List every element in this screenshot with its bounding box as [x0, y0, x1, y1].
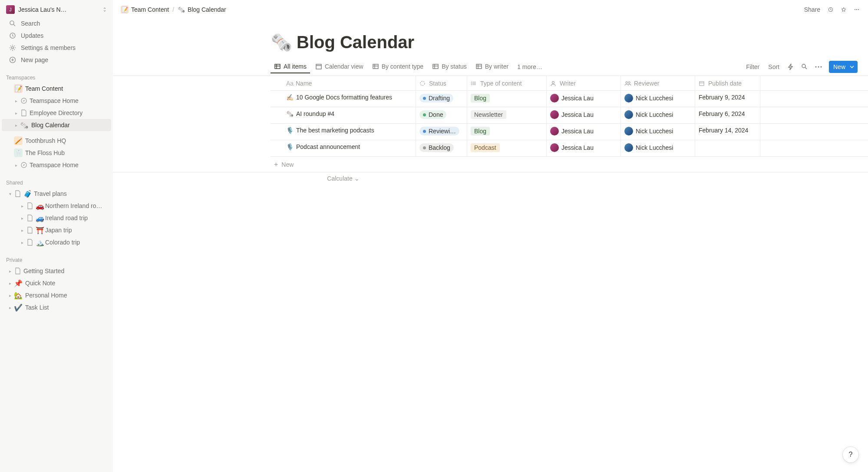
- chevron-right-icon[interactable]: ▸: [12, 123, 20, 128]
- cell-status[interactable]: Done: [416, 107, 467, 123]
- svg-point-10: [858, 9, 859, 10]
- cell-date[interactable]: February 9, 2024: [695, 91, 760, 107]
- sidebar-item-ireland-trip[interactable]: ▸ 🚙 Ireland road trip: [2, 212, 111, 224]
- chevron-right-icon[interactable]: ▸: [18, 240, 26, 245]
- sidebar-item-colorado-trip[interactable]: ▸ 🏔️ Colorado trip: [2, 236, 111, 248]
- chevron-down-icon[interactable]: ▾: [6, 191, 14, 196]
- cell-date[interactable]: February 6, 2024: [695, 107, 760, 123]
- tab-all-items[interactable]: All items: [271, 60, 310, 73]
- chevron-right-icon[interactable]: ▸: [6, 305, 14, 310]
- sidebar-item-employee-directory[interactable]: ▸ Employee Directory: [2, 107, 111, 119]
- sidebar-item-japan-trip[interactable]: ▸ ⛩️ Japan trip: [2, 224, 111, 236]
- breadcrumb-current[interactable]: 🗞️ Blog Calendar: [175, 4, 229, 15]
- history-button[interactable]: [825, 3, 837, 16]
- col-reviewer[interactable]: Reviewer: [621, 76, 695, 90]
- sidebar-item-teamspace-home2[interactable]: ▸ Teamspace Home: [2, 159, 111, 171]
- workspace-switcher[interactable]: J Jessica Lau's N…: [0, 3, 113, 17]
- automations-button[interactable]: [785, 61, 797, 73]
- sidebar-item-toothbrush[interactable]: 🪥 Toothbrush HQ: [2, 135, 111, 147]
- chevron-right-icon[interactable]: ▸: [18, 228, 26, 233]
- tab-more[interactable]: 1 more…: [514, 61, 546, 73]
- tab-by-type[interactable]: By content type: [369, 60, 427, 73]
- settings-button[interactable]: Settings & members: [2, 42, 111, 54]
- favorite-button[interactable]: [838, 3, 850, 16]
- table-row[interactable]: 🎙️Podcast announcement Backlog Podcast J…: [271, 140, 868, 157]
- cell-status[interactable]: Reviewi…: [416, 124, 467, 140]
- sidebar-item-personal-home[interactable]: ▸ 🏡 Personal Home: [2, 289, 111, 301]
- more-db-button[interactable]: [812, 61, 825, 73]
- table-row[interactable]: 🎙️The best marketing podcasts Reviewi… B…: [271, 124, 868, 140]
- chevron-right-icon[interactable]: ▸: [12, 111, 20, 116]
- tab-by-writer[interactable]: By writer: [472, 60, 512, 73]
- cell-status[interactable]: Backlog: [416, 140, 467, 156]
- cell-name[interactable]: ✍🏻10 Google Docs formatting features: [271, 91, 416, 107]
- chevron-down-icon[interactable]: [848, 66, 856, 68]
- cell-reviewer[interactable]: Nick Lucchesi: [621, 107, 695, 123]
- cell-name[interactable]: 🎙️The best marketing podcasts: [271, 124, 416, 140]
- chevron-right-icon[interactable]: ▸: [6, 293, 14, 298]
- chevron-right-icon[interactable]: ▸: [6, 269, 14, 274]
- table-row[interactable]: ✍🏻10 Google Docs formatting features Dra…: [271, 91, 868, 107]
- page-emoji[interactable]: 🗞️: [271, 32, 292, 53]
- sidebar-item-travel-plans[interactable]: ▾ 🧳 Travel plans: [2, 188, 111, 200]
- search-db-button[interactable]: [799, 61, 811, 73]
- tab-by-status[interactable]: By status: [429, 60, 470, 73]
- more-button[interactable]: [851, 3, 863, 16]
- cell-writer[interactable]: Jessica Lau: [547, 140, 621, 156]
- col-date[interactable]: Publish date: [695, 76, 760, 90]
- sidebar-item-getting-started[interactable]: ▸ Getting Started: [2, 265, 111, 277]
- cell-name[interactable]: 🗞️AI roundup #4: [271, 107, 416, 123]
- cell-type[interactable]: Blog: [467, 91, 547, 107]
- cell-reviewer[interactable]: Nick Lucchesi: [621, 91, 695, 107]
- chevron-right-icon[interactable]: ▸: [18, 204, 26, 208]
- table-row[interactable]: 🗞️AI roundup #4 Done Newsletter Jessica …: [271, 107, 868, 124]
- cell-reviewer[interactable]: Nick Lucchesi: [621, 124, 695, 140]
- cell-name[interactable]: 🎙️Podcast announcement: [271, 140, 416, 156]
- tab-calendar[interactable]: Calendar view: [312, 60, 367, 73]
- help-button[interactable]: ?: [843, 447, 858, 462]
- search-button[interactable]: Search: [2, 17, 111, 30]
- sidebar-item-team-content[interactable]: 📝 Team Content: [2, 83, 111, 95]
- cell-date[interactable]: [695, 140, 760, 156]
- row-name[interactable]: Podcast announcement: [296, 143, 360, 150]
- check-icon: ✔️: [14, 303, 23, 312]
- updates-button[interactable]: Updates: [2, 30, 111, 42]
- row-name[interactable]: AI roundup #4: [296, 110, 334, 117]
- row-name[interactable]: The best marketing podcasts: [296, 127, 374, 134]
- sidebar-item-blog-calendar[interactable]: ▸ 🗞️ Blog Calendar: [2, 119, 111, 131]
- svg-point-30: [420, 81, 425, 86]
- chevron-right-icon[interactable]: ▸: [6, 281, 14, 286]
- cell-type[interactable]: Podcast: [467, 140, 547, 156]
- chevron-right-icon[interactable]: ▸: [18, 216, 26, 221]
- cell-type[interactable]: Newsletter: [467, 107, 547, 123]
- row-name[interactable]: 10 Google Docs formatting features: [296, 94, 392, 101]
- chevron-right-icon[interactable]: ▸: [12, 99, 20, 103]
- sort-button[interactable]: Sort: [765, 62, 783, 72]
- cell-writer[interactable]: Jessica Lau: [547, 124, 621, 140]
- col-status[interactable]: Status: [416, 76, 467, 90]
- new-button[interactable]: New: [829, 61, 858, 73]
- cell-writer[interactable]: Jessica Lau: [547, 107, 621, 123]
- views-row: All items Calendar view By content type …: [113, 58, 868, 76]
- cell-writer[interactable]: Jessica Lau: [547, 91, 621, 107]
- col-type[interactable]: Type of content: [467, 76, 547, 90]
- sidebar-item-ni-trip[interactable]: ▸ 🚗 Northern Ireland ro…: [2, 200, 111, 212]
- sidebar-item-quick-note[interactable]: ▸ 📌 Quick Note: [2, 277, 111, 289]
- breadcrumb-parent[interactable]: 📝 Team Content: [118, 4, 172, 15]
- col-writer[interactable]: Writer: [547, 76, 621, 90]
- cell-reviewer[interactable]: Nick Lucchesi: [621, 140, 695, 156]
- sidebar-item-floss[interactable]: 🦷 The Floss Hub: [2, 147, 111, 159]
- filter-button[interactable]: Filter: [743, 62, 763, 72]
- new-row-button[interactable]: +New: [113, 157, 868, 172]
- col-name[interactable]: AaName: [271, 76, 416, 90]
- page-title[interactable]: Blog Calendar: [297, 33, 414, 52]
- calculate-button[interactable]: Calculate ⌄: [271, 172, 416, 185]
- share-button[interactable]: Share: [801, 3, 824, 16]
- chevron-right-icon[interactable]: ▸: [12, 163, 20, 168]
- sidebar-item-task-list[interactable]: ▸ ✔️ Task List: [2, 301, 111, 314]
- cell-date[interactable]: February 14, 2024: [695, 124, 760, 140]
- newpage-button[interactable]: New page: [2, 54, 111, 66]
- cell-type[interactable]: Blog: [467, 124, 547, 140]
- cell-status[interactable]: Drafting: [416, 91, 467, 107]
- sidebar-item-teamspace-home[interactable]: ▸ Teamspace Home: [2, 95, 111, 107]
